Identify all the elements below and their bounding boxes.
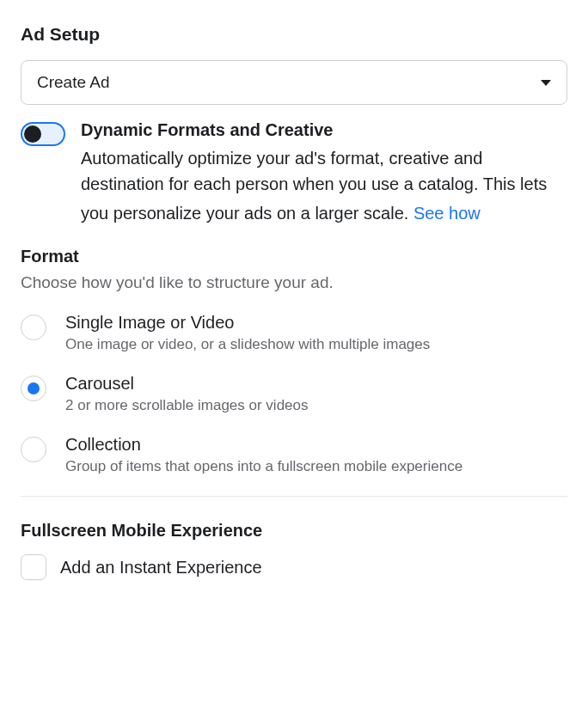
instant-experience-checkbox[interactable] <box>21 554 46 580</box>
toggle-knob-icon <box>24 125 41 143</box>
format-option-single-image-video[interactable]: Single Image or Video One image or video… <box>21 313 567 353</box>
format-title: Format <box>21 247 567 266</box>
dropdown-selected-label: Create Ad <box>37 73 110 92</box>
radio-label: Collection <box>65 435 462 455</box>
see-how-link[interactable]: See how <box>413 200 481 226</box>
create-ad-dropdown[interactable]: Create Ad <box>21 60 567 105</box>
dynamic-formats-description: Automatically optimize your ad's format,… <box>81 145 567 226</box>
format-description: Choose how you'd like to structure your … <box>21 273 567 292</box>
fullscreen-title: Fullscreen Mobile Experience <box>21 521 567 541</box>
dynamic-formats-title: Dynamic Formats and Creative <box>81 120 567 140</box>
radio-description: Group of items that opens into a fullscr… <box>65 458 462 475</box>
radio-icon <box>21 437 46 462</box>
radio-description: 2 or more scrollable images or videos <box>65 397 309 414</box>
instant-experience-label: Add an Instant Experience <box>60 558 262 578</box>
ad-setup-title: Ad Setup <box>21 24 567 45</box>
dynamic-formats-toggle[interactable] <box>21 122 65 146</box>
format-option-collection[interactable]: Collection Group of items that opens int… <box>21 435 567 475</box>
format-option-carousel[interactable]: Carousel 2 or more scrollable images or … <box>21 374 567 414</box>
radio-label: Carousel <box>65 374 309 394</box>
radio-icon <box>21 376 46 401</box>
radio-icon <box>21 315 46 340</box>
radio-label: Single Image or Video <box>65 313 430 333</box>
radio-selected-dot-icon <box>28 382 40 394</box>
caret-down-icon <box>541 80 551 86</box>
radio-description: One image or video, or a slideshow with … <box>65 336 430 353</box>
divider <box>21 496 567 497</box>
